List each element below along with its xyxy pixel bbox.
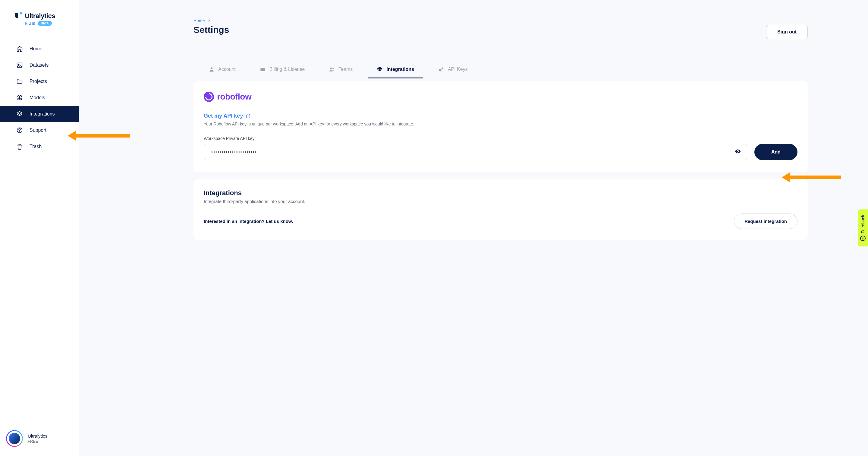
- tab-label: Account: [218, 67, 236, 72]
- svg-point-7: [330, 67, 332, 69]
- tab-label: Integrations: [386, 67, 414, 72]
- svg-point-4: [211, 67, 213, 69]
- trash-icon: [16, 143, 23, 150]
- beta-badge: BETA: [38, 21, 52, 26]
- breadcrumb: Home >: [193, 18, 808, 23]
- tab-label: Billing & License: [270, 67, 305, 72]
- sidebar-item-label: Integrations: [30, 111, 55, 117]
- tab-account[interactable]: Account: [209, 66, 236, 78]
- request-integration-button[interactable]: Request integration: [734, 213, 798, 229]
- eye-icon[interactable]: [735, 148, 741, 156]
- sidebar-item-label: Trash: [30, 144, 41, 149]
- breadcrumb-sep: >: [208, 18, 210, 23]
- svg-point-10: [737, 151, 738, 152]
- signout-button[interactable]: Sign out: [766, 25, 808, 39]
- tab-label: Teams: [338, 67, 352, 72]
- sidebar-item-models[interactable]: Models: [0, 90, 79, 106]
- sidebar-item-trash[interactable]: Trash: [0, 138, 79, 155]
- tab-integrations[interactable]: Integrations: [377, 66, 414, 78]
- main-content: Home > Settings Sign out Account Billing…: [79, 0, 868, 456]
- tab-apikeys[interactable]: API Keys: [438, 66, 468, 78]
- nav: Home Datasets Projects Models Integratio…: [0, 35, 79, 423]
- add-button[interactable]: Add: [754, 144, 798, 160]
- sidebar-item-projects[interactable]: Projects: [0, 73, 79, 90]
- roboflow-logo: roboflow: [204, 92, 798, 102]
- logo[interactable]: Ultralytics HUB BETA: [0, 0, 79, 35]
- person-icon: [209, 66, 215, 73]
- sidebar-item-datasets[interactable]: Datasets: [0, 57, 79, 73]
- layers-icon: [16, 111, 23, 117]
- api-description: Your Roboflow API key is unique per work…: [204, 121, 798, 126]
- team-icon: [329, 66, 335, 73]
- svg-point-9: [439, 69, 441, 71]
- sidebar-item-label: Projects: [30, 79, 47, 84]
- get-api-key-link[interactable]: Get my API key: [204, 113, 798, 119]
- sidebar-item-label: Models: [30, 95, 45, 101]
- key-icon: [438, 66, 444, 73]
- integrations-card: Integrations Integrate third-party appli…: [193, 179, 808, 240]
- home-icon: [16, 46, 23, 52]
- integrations-title: Integrations: [204, 189, 798, 197]
- breadcrumb-home[interactable]: Home: [193, 18, 205, 23]
- logo-sub-text: HUB: [25, 21, 36, 26]
- command-icon: [16, 94, 23, 101]
- image-icon: [16, 62, 23, 68]
- roboflow-mark-icon: [204, 92, 214, 102]
- sidebar-item-label: Datasets: [30, 62, 49, 68]
- logo-brand-text: Ultralytics: [25, 12, 55, 20]
- api-key-input[interactable]: [204, 144, 747, 160]
- sidebar-item-integrations[interactable]: Integrations: [0, 106, 79, 122]
- card-icon: [260, 66, 266, 73]
- api-link-text: Get my API key: [204, 113, 243, 119]
- feedback-tab[interactable]: Feedback ☺: [858, 209, 868, 247]
- avatar: [6, 430, 23, 447]
- input-label: Workspace Private API key: [204, 136, 798, 141]
- user-name: Ultralytics: [28, 433, 47, 438]
- tab-billing[interactable]: Billing & License: [260, 66, 305, 78]
- user-footer[interactable]: Ultralytics FREE: [0, 423, 79, 456]
- sidebar-item-label: Home: [30, 46, 42, 52]
- sidebar-item-label: Support: [30, 127, 46, 133]
- folder-icon: [16, 78, 23, 85]
- roboflow-text: roboflow: [217, 92, 251, 102]
- user-plan: FREE: [28, 439, 47, 444]
- page-title: Settings: [193, 25, 229, 35]
- integrations-desc: Integrate third-party applications into …: [204, 199, 798, 204]
- sidebar-item-support[interactable]: Support: [0, 122, 79, 138]
- svg-point-1: [19, 64, 19, 65]
- svg-point-8: [333, 68, 334, 69]
- interest-text: Interested in an integration? Let us kno…: [204, 219, 293, 224]
- svg-point-3: [19, 132, 20, 132]
- logo-mark-icon: [15, 12, 23, 20]
- svg-rect-6: [260, 69, 265, 70]
- tabs: Account Billing & License Teams Integrat…: [193, 66, 808, 78]
- sidebar: Ultralytics HUB BETA Home Datasets Proje…: [0, 0, 79, 456]
- sidebar-item-home[interactable]: Home: [0, 41, 79, 57]
- tab-teams[interactable]: Teams: [329, 66, 352, 78]
- roboflow-card: roboflow Get my API key Your Roboflow AP…: [193, 81, 808, 172]
- help-icon: [16, 127, 23, 134]
- external-link-icon: [246, 114, 251, 118]
- layers-icon: [377, 66, 383, 73]
- feedback-label: Feedback: [861, 215, 865, 233]
- tab-label: API Keys: [448, 67, 468, 72]
- smile-icon: ☺: [860, 236, 866, 241]
